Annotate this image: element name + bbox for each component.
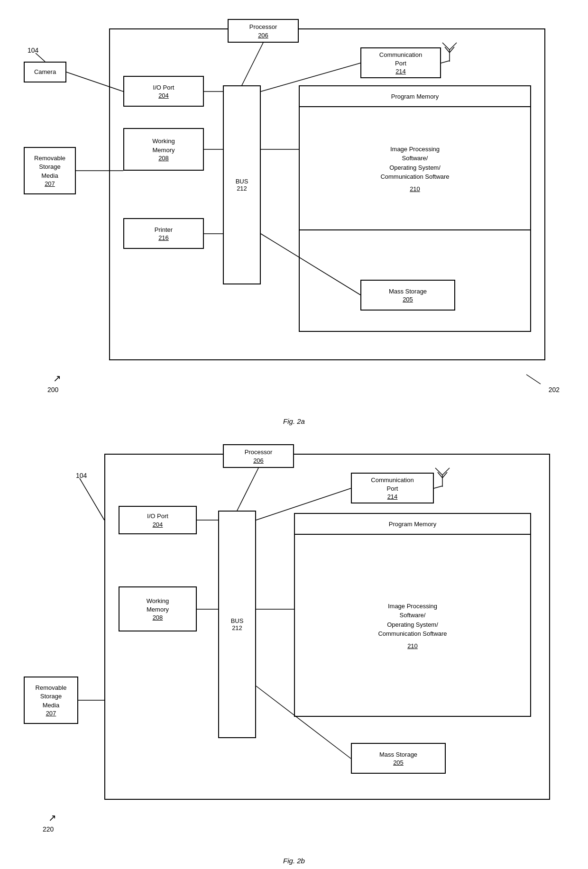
processor-box-b: Processor 206 bbox=[223, 444, 294, 468]
diagram-fig2a: 104 Camera RemovableStorageMedia 207 Pro… bbox=[19, 14, 569, 403]
svg-line-22 bbox=[80, 478, 104, 520]
removable-box-a: RemovableStorageMedia 207 bbox=[24, 147, 76, 194]
page: 104 Camera RemovableStorageMedia 207 Pro… bbox=[0, 0, 588, 869]
io-box-a: I/O Port 204 bbox=[123, 76, 204, 107]
bus-box-a: BUS 212 bbox=[223, 85, 261, 284]
program-memory-label-b: Program Memory bbox=[389, 521, 436, 528]
fig2a-label: Fig. 2a bbox=[19, 417, 569, 425]
removable-box-b: RemovableStorageMedia 207 bbox=[24, 677, 78, 724]
software-num-b: 210 bbox=[407, 642, 418, 649]
label-104-a: 104 bbox=[28, 46, 38, 54]
antenna-b bbox=[433, 466, 452, 489]
comm-box-a: CommunicationPort 214 bbox=[360, 47, 441, 78]
software-label-b: Image ProcessingSoftware/Operating Syste… bbox=[378, 602, 447, 639]
printer-box-a: Printer 216 bbox=[123, 218, 204, 249]
processor-box-a: Processor 206 bbox=[228, 19, 299, 43]
mass-box-b: Mass Storage 205 bbox=[351, 743, 446, 774]
camera-box-a: Camera bbox=[24, 62, 66, 82]
svg-line-5 bbox=[36, 53, 45, 62]
arrow-220: ↗ bbox=[48, 812, 56, 823]
working-box-b: WorkingMemory 208 bbox=[119, 586, 197, 631]
software-label-a: Image ProcessingSoftware/Operating Syste… bbox=[380, 145, 449, 182]
program-memory-label-a: Program Memory bbox=[391, 93, 439, 100]
label-200: 200 bbox=[47, 386, 58, 393]
mass-box-a: Mass Storage 205 bbox=[360, 280, 455, 311]
arrow-202-a bbox=[524, 372, 543, 386]
comm-box-b: CommunicationPort 214 bbox=[351, 473, 434, 503]
right-section-box-b: Program Memory Image ProcessingSoftware/… bbox=[294, 513, 531, 717]
antenna-a bbox=[440, 40, 459, 64]
label-104-b: 104 bbox=[76, 472, 87, 479]
working-box-a: WorkingMemory 208 bbox=[123, 128, 204, 171]
svg-line-16 bbox=[526, 375, 541, 384]
bus-box-b: BUS 212 bbox=[218, 511, 256, 738]
label-202: 202 bbox=[549, 386, 560, 393]
software-num-a: 210 bbox=[410, 185, 420, 192]
io-box-b: I/O Port 204 bbox=[119, 506, 197, 534]
arrow-200: ↗ bbox=[53, 373, 61, 384]
label-220: 220 bbox=[43, 825, 54, 833]
fig2b-label: Fig. 2b bbox=[19, 857, 569, 865]
diagram-fig2b: 104 RemovableStorageMedia 207 Processor … bbox=[19, 439, 569, 842]
